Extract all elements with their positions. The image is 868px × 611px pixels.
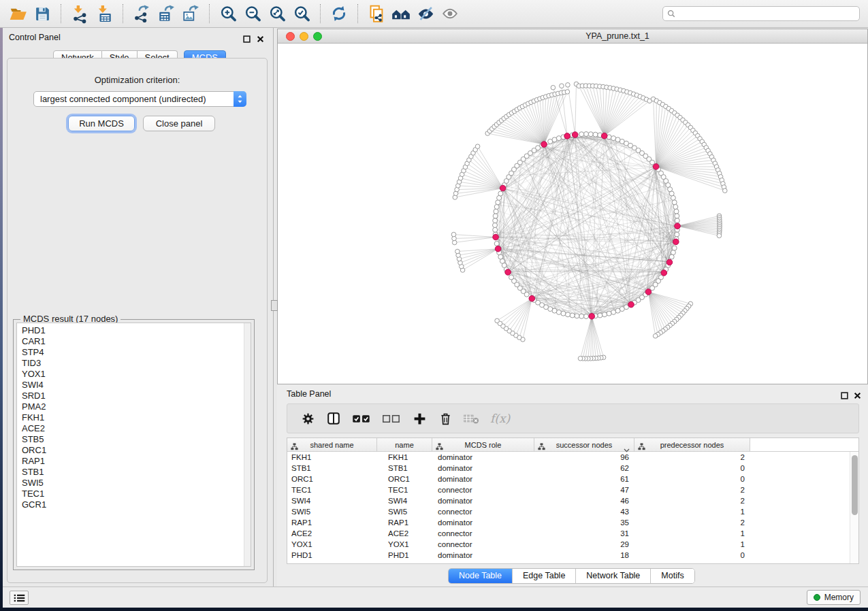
new-network-from-selection-icon[interactable]: [366, 3, 387, 24]
close-panel-icon[interactable]: [257, 33, 265, 42]
mcds-result-item[interactable]: TEC1: [22, 489, 251, 499]
delete-column-trash-icon[interactable]: [437, 410, 453, 427]
table-cell[interactable]: 31: [534, 528, 634, 539]
float-table-panel-icon[interactable]: [841, 390, 849, 398]
export-table-icon[interactable]: [156, 3, 176, 24]
table-cell[interactable]: ORC1: [287, 474, 377, 484]
tab-network-table[interactable]: Network Table: [576, 569, 651, 583]
refresh-icon[interactable]: [329, 3, 349, 24]
mcds-hub-node[interactable]: [572, 132, 578, 138]
mcds-result-item[interactable]: PHD1: [22, 325, 251, 336]
table-cell[interactable]: connector: [432, 484, 534, 495]
deselect-all-columns-icon[interactable]: [381, 410, 402, 427]
table-cell[interactable]: 0: [634, 550, 750, 561]
save-session-icon[interactable]: [32, 3, 52, 24]
table-cell[interactable]: 1: [634, 528, 750, 539]
table-row[interactable]: STB1STB1dominator620: [287, 463, 858, 474]
table-cell[interactable]: connector: [432, 506, 534, 517]
mcds-hub-node[interactable]: [564, 133, 570, 139]
table-cell[interactable]: YOX1: [287, 539, 377, 550]
table-cell[interactable]: 43: [534, 506, 634, 517]
table-cell[interactable]: dominator: [432, 474, 534, 484]
mcds-hub-node[interactable]: [645, 289, 652, 295]
mcds-result-item[interactable]: STP4: [22, 347, 251, 358]
mcds-hub-node[interactable]: [495, 246, 501, 252]
import-table-icon[interactable]: [94, 3, 114, 24]
table-cell[interactable]: SWI5: [287, 506, 377, 517]
table-row[interactable]: ACE2ACE2connector311: [287, 528, 858, 539]
table-cell[interactable]: connector: [432, 539, 534, 550]
table-cell[interactable]: SWI4: [287, 495, 377, 506]
network-graph[interactable]: [278, 44, 867, 384]
first-neighbors-icon[interactable]: [391, 3, 411, 24]
table-cell[interactable]: STB1: [377, 463, 432, 474]
mcds-result-item[interactable]: ORC1: [22, 445, 251, 456]
window-close-icon[interactable]: [286, 32, 295, 41]
table-cell[interactable]: 62: [534, 463, 634, 474]
window-minimize-icon[interactable]: [300, 32, 308, 41]
table-cell[interactable]: 2: [634, 517, 750, 528]
table-row[interactable]: YOX1YOX1connector291: [287, 539, 858, 550]
table-cell[interactable]: RAP1: [287, 517, 377, 528]
table-cell[interactable]: SWI5: [377, 506, 432, 517]
table-row[interactable]: SWI5SWI5connector431: [287, 506, 858, 517]
table-cell[interactable]: 2: [634, 452, 750, 463]
mcds-result-item[interactable]: RAP1: [22, 456, 251, 467]
mcds-result-item[interactable]: STB5: [22, 434, 251, 445]
table-row[interactable]: TEC1TEC1connector472: [287, 484, 858, 495]
mcds-result-item[interactable]: TID3: [22, 358, 251, 369]
mcds-result-item[interactable]: SWI5: [22, 478, 251, 489]
open-session-icon[interactable]: [7, 3, 28, 24]
memory-button[interactable]: Memory: [807, 590, 861, 605]
column-header-shared-name[interactable]: shared name: [287, 438, 377, 451]
mcds-hub-node[interactable]: [666, 259, 673, 265]
table-row[interactable]: ORC1ORC1dominator610: [287, 474, 858, 484]
add-column-icon[interactable]: [411, 410, 428, 427]
table-settings-gear-icon[interactable]: [300, 410, 316, 427]
column-header-MCDS-role[interactable]: MCDS role: [432, 438, 534, 451]
column-header-predecessor-nodes[interactable]: predecessor nodes: [634, 438, 750, 451]
table-cell[interactable]: TEC1: [377, 484, 432, 495]
table-cell[interactable]: dominator: [432, 463, 534, 474]
mcds-result-item[interactable]: SRD1: [22, 391, 251, 401]
table-cell[interactable]: 18: [534, 550, 634, 561]
column-header-successor-nodes[interactable]: successor nodes: [534, 438, 634, 451]
export-image-icon[interactable]: [180, 3, 201, 24]
table-row[interactable]: FKH1FKH1dominator962: [287, 452, 858, 463]
table-cell[interactable]: 1: [634, 506, 750, 517]
mcds-result-item[interactable]: YOX1: [22, 369, 251, 380]
mcds-result-item[interactable]: GCR1: [22, 499, 251, 510]
network-window-titlebar[interactable]: YPA_prune.txt_1: [278, 29, 867, 44]
window-maximize-icon[interactable]: [313, 32, 322, 41]
close-table-panel-icon[interactable]: [854, 390, 862, 398]
table-cell[interactable]: 35: [534, 517, 634, 528]
mcds-hub-node[interactable]: [661, 270, 667, 276]
tab-edge-table[interactable]: Edge Table: [513, 569, 576, 583]
table-cell[interactable]: 2: [634, 484, 750, 495]
table-cell[interactable]: dominator: [432, 517, 534, 528]
table-cell[interactable]: ACE2: [377, 528, 432, 539]
table-cell[interactable]: dominator: [432, 550, 534, 561]
mcds-result-list[interactable]: PHD1CAR1STP4TID3YOX1SWI4SRD1PMA2FKH1ACE2…: [16, 323, 251, 567]
table-cell[interactable]: connector: [432, 528, 534, 539]
mcds-hub-node[interactable]: [529, 295, 535, 301]
table-cell[interactable]: 29: [534, 539, 634, 550]
mcds-hub-node[interactable]: [675, 223, 681, 229]
table-cell[interactable]: FKH1: [377, 452, 432, 463]
table-cell[interactable]: 61: [534, 474, 634, 484]
table-cell[interactable]: 96: [534, 452, 634, 463]
export-network-icon[interactable]: [131, 3, 152, 24]
mcds-hub-node[interactable]: [628, 301, 634, 308]
mcds-hub-node[interactable]: [505, 269, 511, 276]
table-scrollbar-thumb[interactable]: [852, 455, 858, 515]
import-network-icon[interactable]: [69, 3, 90, 24]
table-cell[interactable]: FKH1: [287, 452, 377, 463]
table-cell[interactable]: SWI4: [377, 495, 432, 506]
mcds-hub-node[interactable]: [653, 164, 659, 170]
panel-splitter-handle[interactable]: [271, 300, 278, 311]
table-cell[interactable]: PHD1: [287, 550, 377, 561]
tab-node-table[interactable]: Node Table: [449, 569, 513, 583]
mcds-hub-node[interactable]: [673, 239, 679, 245]
mcds-hub-node[interactable]: [601, 133, 607, 139]
network-canvas[interactable]: [278, 44, 867, 384]
